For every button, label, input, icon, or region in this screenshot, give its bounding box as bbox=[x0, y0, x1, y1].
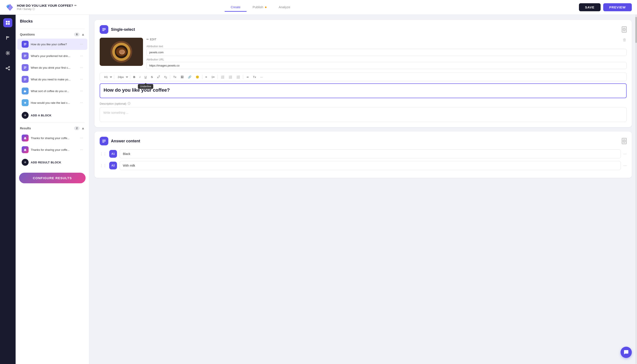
block-text-q3: When do you drink your first c... bbox=[31, 66, 78, 69]
chat-button[interactable] bbox=[620, 347, 632, 358]
block-menu-q1[interactable]: ··· bbox=[80, 42, 83, 46]
block-item-q1[interactable]: How do you like your coffee? ··· bbox=[17, 38, 87, 50]
svg-rect-12 bbox=[24, 44, 26, 44]
block-icon-q4 bbox=[22, 76, 28, 83]
bold-button[interactable]: B bbox=[132, 74, 137, 80]
svg-rect-22 bbox=[24, 80, 26, 80]
attribution-url-input[interactable] bbox=[146, 62, 626, 69]
block-item-q2[interactable]: What's your preferred hot drin... ··· bbox=[17, 50, 87, 62]
answer-row-1: ⋮⋮ A1 ··· bbox=[100, 149, 626, 158]
add-block-button[interactable]: + ADD A BLOCK bbox=[17, 110, 87, 121]
image-edit-button[interactable]: ✏ EDIT bbox=[146, 38, 156, 41]
configure-results-button[interactable]: CONFIGURE RESULTS bbox=[19, 173, 86, 183]
more-options-button[interactable]: ··· bbox=[259, 74, 264, 80]
ordered-list-button[interactable]: 1≡ bbox=[210, 74, 216, 80]
right-scrollbar[interactable] bbox=[635, 15, 637, 364]
link-button[interactable]: 🔗 bbox=[186, 74, 193, 80]
block-item-q5[interactable]: What sort of coffee do you or... ··· bbox=[17, 85, 87, 97]
svg-rect-25 bbox=[24, 138, 26, 139]
strikethrough-button[interactable]: S bbox=[149, 74, 155, 80]
heading-select[interactable]: H1H2H3 bbox=[102, 74, 113, 80]
answer-input-2[interactable] bbox=[120, 161, 621, 170]
align-right-button[interactable]: ⬜ bbox=[235, 74, 242, 80]
nav-title: HOW DO YOU LIKE YOUR COFFEE? ✏ Poll / Su… bbox=[17, 4, 77, 11]
svg-rect-11 bbox=[24, 43, 26, 44]
preview-button[interactable]: PREVIEW bbox=[603, 3, 632, 11]
block-menu-r2[interactable]: ··· bbox=[80, 148, 83, 152]
block-icon-q2 bbox=[22, 52, 28, 59]
answer-badge-2: A2 bbox=[109, 162, 117, 170]
blocks-title: Blocks bbox=[16, 19, 89, 27]
block-item-q3[interactable]: When do you drink your first c... ··· bbox=[17, 62, 87, 73]
toolbar-divider-2 bbox=[130, 75, 130, 79]
add-result-icon: + bbox=[22, 159, 28, 166]
description-input[interactable]: Write something ... bbox=[100, 107, 626, 122]
font-size-select[interactable]: 24px18px16px bbox=[116, 74, 129, 80]
add-result-block-button[interactable]: + ADD RESULT BLOCK bbox=[17, 157, 87, 168]
svg-marker-24 bbox=[24, 102, 26, 104]
toolbar-divider-3 bbox=[170, 75, 170, 79]
block-menu-r1[interactable]: ··· bbox=[80, 136, 83, 140]
indent-button[interactable]: ⇥ bbox=[244, 74, 250, 80]
block-item-q6[interactable]: How would you rate the last c... ··· bbox=[17, 97, 87, 108]
block-menu-q5[interactable]: ··· bbox=[80, 89, 83, 93]
sidebar-icon-grid[interactable] bbox=[3, 18, 12, 27]
image-button[interactable]: 🖼 bbox=[179, 74, 185, 80]
block-item-q4[interactable]: What do you need to make yo... ··· bbox=[17, 74, 87, 85]
questions-label: Questions bbox=[20, 33, 35, 36]
scrollbar-thumb bbox=[635, 17, 637, 43]
edit-icon[interactable]: ✏ bbox=[74, 4, 77, 7]
results-section-header[interactable]: Results 2 ▲ bbox=[16, 124, 89, 132]
single-select-header: Single-select ⚙ bbox=[100, 25, 626, 34]
answer-menu-2[interactable]: ··· bbox=[623, 163, 626, 168]
emoji-button[interactable]: 🙂 bbox=[194, 74, 201, 80]
block-menu-q2[interactable]: ··· bbox=[80, 54, 83, 58]
svg-rect-16 bbox=[24, 56, 26, 57]
attribution-text-input[interactable] bbox=[146, 49, 626, 56]
svg-rect-4 bbox=[8, 21, 10, 22]
block-text-q6: How would you rate the last c... bbox=[31, 101, 78, 104]
block-menu-q6[interactable]: ··· bbox=[80, 101, 83, 105]
align-left-button[interactable]: ⬜ bbox=[219, 74, 226, 80]
save-button[interactable]: SAVE bbox=[579, 3, 600, 11]
results-label: Results bbox=[20, 126, 31, 130]
answer-content-icon bbox=[100, 137, 108, 146]
answer-menu-1[interactable]: ··· bbox=[623, 152, 626, 156]
underline-button[interactable]: U Underline bbox=[143, 74, 148, 80]
block-item-r1[interactable]: Thanks for sharing your coffe... ··· bbox=[17, 132, 87, 144]
add-block-label: ADD A BLOCK bbox=[31, 114, 52, 117]
block-menu-q3[interactable]: ··· bbox=[80, 66, 83, 70]
single-select-settings-button[interactable]: ⚙ bbox=[622, 26, 626, 32]
tab-analyze[interactable]: Analyze bbox=[272, 3, 296, 12]
sidebar-icon-share[interactable] bbox=[3, 64, 12, 73]
description-section: Description (optional) ⓘ Write something… bbox=[100, 102, 626, 122]
italic-button[interactable]: i bbox=[138, 74, 142, 80]
clear-format-button[interactable]: Tx bbox=[251, 74, 258, 80]
answer-input-1[interactable] bbox=[120, 149, 621, 158]
tab-create[interactable]: Create bbox=[225, 3, 246, 12]
sidebar-icon-settings[interactable] bbox=[3, 48, 12, 58]
subscript-button[interactable]: x2 bbox=[162, 74, 169, 80]
align-center-button[interactable]: ⬜ bbox=[227, 74, 234, 80]
tx-button[interactable]: Tx bbox=[172, 74, 178, 80]
survey-image bbox=[100, 38, 143, 66]
block-icon-q5 bbox=[22, 88, 28, 94]
answer-content-settings-button[interactable]: ⚙ bbox=[622, 138, 626, 144]
block-item-r2[interactable]: Thanks for sharing your coffe... ··· bbox=[17, 144, 87, 155]
image-delete-button[interactable]: 🗑 bbox=[623, 38, 626, 42]
question-input[interactable]: How do you like your coffee? bbox=[100, 84, 626, 98]
superscript-button[interactable]: x2 bbox=[155, 74, 162, 80]
tab-publish[interactable]: Publish bbox=[246, 3, 272, 12]
nav-tabs: Create Publish Analyze bbox=[225, 3, 296, 12]
sidebar-icon-flag[interactable] bbox=[3, 33, 12, 42]
block-menu-q4[interactable]: ··· bbox=[80, 77, 83, 81]
drag-handle-2[interactable]: ⋮⋮ bbox=[100, 164, 106, 168]
unordered-list-button[interactable]: ≡ bbox=[204, 74, 209, 80]
questions-section-header[interactable]: Questions 6 ▲ bbox=[16, 31, 89, 38]
drag-handle-1[interactable]: ⋮⋮ bbox=[100, 152, 106, 156]
survey-title: HOW DO YOU LIKE YOUR COFFEE? bbox=[17, 4, 73, 7]
main-layout: Blocks Questions 6 ▲ How do you like you… bbox=[0, 15, 637, 364]
topnav: HOW DO YOU LIKE YOUR COFFEE? ✏ Poll / Su… bbox=[0, 0, 637, 15]
svg-point-9 bbox=[6, 68, 7, 69]
block-text-r1: Thanks for sharing your coffe... bbox=[31, 136, 78, 140]
